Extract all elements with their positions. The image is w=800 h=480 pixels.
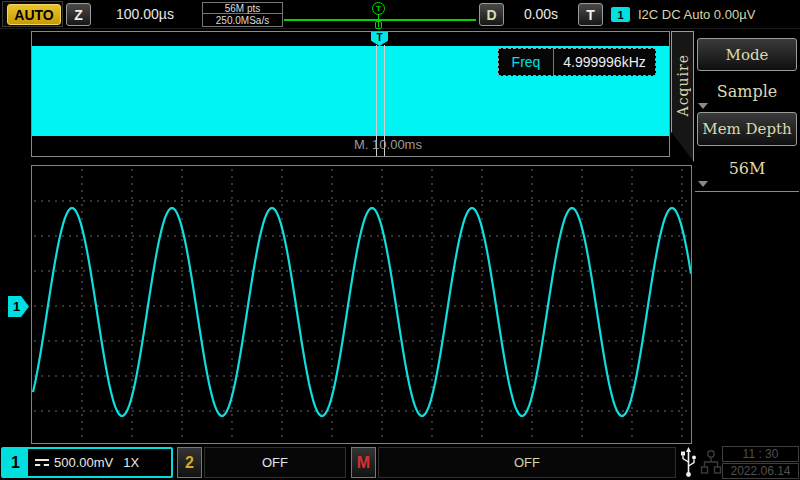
trigger-delay-readout: 0.00s: [506, 0, 576, 28]
channel1-status-box[interactable]: 1 500.00mV 1X: [1, 447, 173, 478]
channel2-badge[interactable]: 2: [177, 447, 202, 478]
menu-item-mode[interactable]: Mode: [697, 38, 797, 71]
acquire-tab-label: Acquire: [675, 54, 691, 116]
trigger-info-readout: I2C DC Auto 0.00µV: [638, 0, 798, 28]
trigger-point-flag[interactable]: T: [371, 32, 388, 46]
sample-rate-readout: 250.0MSa/s: [203, 14, 282, 26]
math-status[interactable]: OFF: [378, 447, 676, 478]
channel1-probe-readout: 1X: [123, 455, 139, 470]
channel1-ground-marker[interactable]: 1: [8, 296, 29, 317]
top-status-bar: AUTO Z 100.00µs 56M pts 250.0MSa/s T D 0…: [0, 0, 800, 29]
trigger-button[interactable]: T: [578, 3, 603, 26]
tab-acquire[interactable]: Acquire: [671, 31, 694, 162]
soft-menu-sidebar: Mode Sample Mem Depth 56M: [695, 31, 800, 445]
channel2-status[interactable]: OFF: [204, 447, 346, 478]
zoom-window-position-box: [375, 21, 382, 29]
menu-value-mode[interactable]: Sample: [695, 71, 799, 112]
sine-waveform: [32, 166, 691, 443]
math-badge[interactable]: M: [351, 447, 376, 478]
dropdown-arrow-icon: [698, 181, 708, 187]
clock-date: 2022.06.14: [722, 463, 799, 479]
channel1-scale-readout: 500.00mV: [54, 455, 113, 470]
dropdown-arrow-icon: [698, 103, 708, 109]
zoom-timebase-readout: 100.00µs: [95, 0, 195, 28]
lan-icon: [700, 448, 722, 478]
delay-button[interactable]: D: [479, 3, 504, 26]
channel1-badge: 1: [3, 449, 28, 476]
menu-item-mem-depth[interactable]: Mem Depth: [697, 112, 797, 146]
usb-icon: [678, 446, 699, 480]
memory-points-readout: 56M pts: [203, 3, 282, 14]
freq-value: 4.999996kHz: [554, 49, 655, 75]
menu-value-mem-depth[interactable]: 56M: [695, 146, 799, 192]
auto-button[interactable]: AUTO: [7, 4, 61, 25]
memory-depth-samplerate-box: 56M pts 250.0MSa/s: [202, 2, 283, 27]
waveform-graticule: [31, 165, 692, 444]
zoom-mode-button[interactable]: Z: [66, 3, 91, 26]
trigger-source-badge: 1: [611, 7, 630, 22]
zoom-overview-band: T M. 10.00ms Freq 4.999996kHz: [31, 31, 670, 157]
bottom-channel-bar: 1 500.00mV 1X 2 OFF M OFF 11 : 30 2022.: [0, 446, 800, 480]
freq-label: Freq: [499, 49, 554, 75]
frequency-counter-box: Freq 4.999996kHz: [498, 48, 656, 76]
dc-coupling-icon: [35, 459, 49, 466]
oscilloscope-screen: AUTO Z 100.00µs 56M pts 250.0MSa/s T D 0…: [0, 0, 800, 480]
clock-time: 11 : 30: [722, 446, 799, 462]
main-timebase-readout: M. 10.00ms: [328, 137, 448, 152]
